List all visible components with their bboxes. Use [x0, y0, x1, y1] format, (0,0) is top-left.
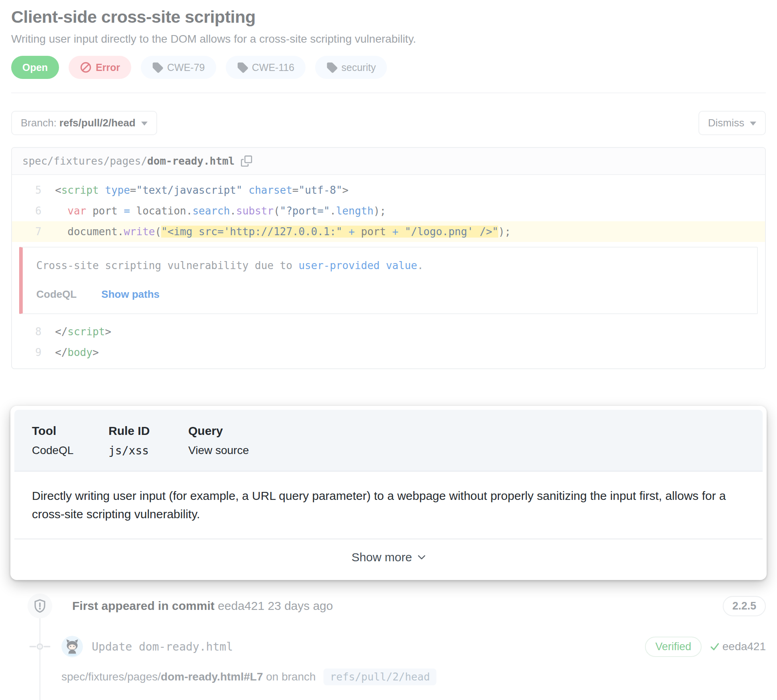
commit-sha-link[interactable]: eeda421: [710, 640, 766, 653]
show-more-label: Show more: [351, 551, 412, 564]
commit-sha: eeda421: [722, 640, 766, 653]
status-badge-open: Open: [11, 56, 59, 79]
tag-icon: [152, 62, 163, 73]
page-subtitle: Writing user input directly to the DOM a…: [11, 32, 766, 46]
tag-icon: [237, 62, 248, 73]
detail-col-tool: Tool CodeQL: [32, 424, 108, 457]
copy-icon[interactable]: [241, 155, 252, 167]
timeline-section: First appeared in commit eeda421 23 days…: [0, 594, 777, 700]
branch-label: Branch: refs/pull/2/head: [21, 117, 136, 129]
verified-badge[interactable]: Verified: [645, 637, 702, 657]
detail-label: Rule ID: [108, 424, 188, 438]
code-file-header: spec/fixtures/pages/dom-ready.html: [12, 148, 765, 175]
line-number: 6: [12, 201, 55, 221]
toolbar: Branch: refs/pull/2/head Dismiss: [11, 111, 766, 135]
view-source-link[interactable]: View source: [188, 444, 249, 457]
dismiss-label: Dismiss: [708, 117, 744, 129]
code-lines-bottom: 8</script>9</body>: [12, 320, 765, 368]
badges-row: Open Error CWE-79 CWE-116 security: [11, 56, 766, 79]
file-ref-on-branch: on branch: [263, 671, 319, 683]
tag-badge-cwe-116[interactable]: CWE-116: [226, 56, 306, 79]
severity-label: Error: [96, 61, 120, 73]
detail-col-query: Query View source: [188, 424, 249, 457]
tag-label: CWE-116: [252, 61, 295, 73]
branch-selector-button[interactable]: Branch: refs/pull/2/head: [11, 111, 157, 135]
section-divider: [11, 92, 766, 93]
show-more-button[interactable]: Show more: [14, 539, 763, 576]
shield-alert-icon: [28, 594, 52, 618]
severity-badge-error: Error: [69, 56, 131, 79]
line-number: 5: [12, 180, 55, 201]
first-appeared-text: First appeared in commit eeda421 23 days…: [72, 599, 333, 613]
timeline-file-ref-row: spec/fixtures/pages/dom-ready.html#L7 on…: [61, 669, 766, 685]
branch-chip: refs/pull/2/head: [323, 669, 436, 685]
file-path: spec/fixtures/pages/dom-ready.html: [22, 155, 235, 167]
alert-details-panel: Tool CodeQL Rule ID js/xss Query View so…: [10, 406, 767, 580]
version-badge: 2.2.5: [723, 596, 766, 616]
circle-slash-icon: [80, 61, 92, 73]
detail-label: Tool: [32, 424, 108, 438]
annotation-tool-label: CodeQL: [36, 288, 77, 301]
annotation-message: Cross-site scripting vulnerability due t…: [36, 260, 743, 271]
tag-label: security: [341, 61, 376, 73]
line-number: 8: [12, 321, 55, 342]
tag-badge-security[interactable]: security: [315, 56, 387, 79]
file-ref[interactable]: spec/fixtures/pages/dom-ready.html#L7: [61, 671, 263, 683]
octocat-avatar[interactable]: [61, 636, 83, 657]
code-line-7: 7 document.write("<img src='http://127.0…: [12, 221, 765, 242]
check-icon: [710, 641, 720, 652]
page-title: Client-side cross-site scripting: [11, 0, 766, 27]
timeline-first-appeared-row: First appeared in commit eeda421 23 days…: [11, 594, 766, 618]
commit-icon: [30, 642, 50, 651]
tag-icon: [326, 62, 337, 73]
chevron-down-icon: [418, 554, 426, 560]
code-lines-top: 5<script type="text/javascript" charset=…: [12, 175, 765, 242]
code-line-9: 9</body>: [12, 342, 765, 363]
annotation-value-link[interactable]: user-provided value: [298, 260, 417, 271]
timeline-commit-row: Update dom-ready.html Verified eeda421: [11, 636, 766, 657]
line-number: 9: [12, 342, 55, 363]
detail-col-rule-id: Rule ID js/xss: [108, 424, 188, 457]
code-line-5: 5<script type="text/javascript" charset=…: [12, 180, 765, 201]
alert-annotation: Cross-site scripting vulnerability due t…: [19, 247, 758, 314]
detail-label: Query: [188, 424, 249, 438]
detail-value-rule-id: js/xss: [108, 444, 188, 457]
line-number: 7: [12, 221, 55, 242]
rule-description: Directly writing user input (for example…: [14, 472, 763, 539]
show-paths-link[interactable]: Show paths: [101, 288, 160, 301]
code-panel: spec/fixtures/pages/dom-ready.html 5<scr…: [11, 147, 766, 369]
details-header: Tool CodeQL Rule ID js/xss Query View so…: [14, 410, 763, 472]
dismiss-button[interactable]: Dismiss: [698, 111, 766, 135]
code-line-6: 6 var port = location.search.substr("?po…: [12, 201, 765, 221]
tag-badge-cwe-79[interactable]: CWE-79: [141, 56, 216, 79]
caret-down-icon: [141, 122, 148, 126]
caret-down-icon: [750, 122, 756, 126]
alert-header-section: Client-side cross-site scripting Writing…: [0, 0, 777, 369]
code-line-8: 8</script>: [12, 321, 765, 342]
commit-message[interactable]: Update dom-ready.html: [92, 640, 233, 653]
detail-value-tool: CodeQL: [32, 444, 108, 457]
tag-label: CWE-79: [167, 61, 205, 73]
